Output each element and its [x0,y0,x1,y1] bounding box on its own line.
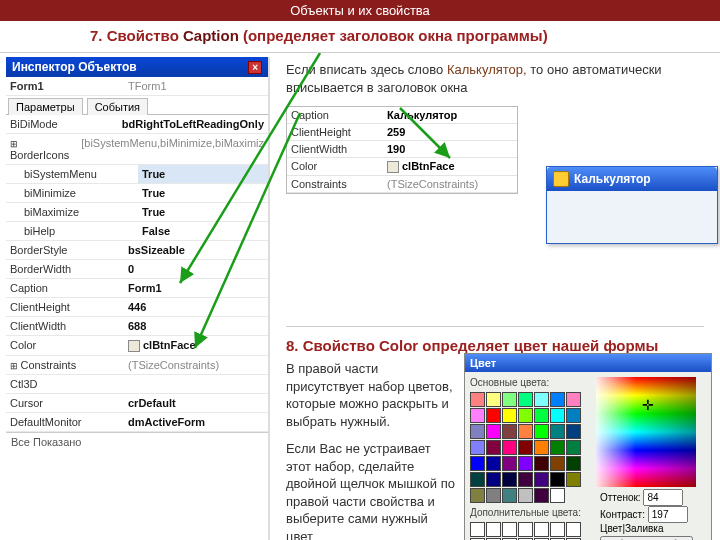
color-swatch[interactable] [502,408,517,423]
prop-name-ClientHeight[interactable]: ClientHeight [6,298,124,316]
prop-val-BorderIcons[interactable]: [biSystemMenu,biMinimize,biMaximiz [77,134,268,164]
tab-events[interactable]: События [87,98,148,115]
color-swatch[interactable] [502,392,517,407]
prop-name-Color[interactable]: Color [6,336,124,355]
color-swatch[interactable] [550,456,565,471]
color-swatch[interactable] [534,488,549,503]
color-swatch[interactable] [534,392,549,407]
prop-name-Cursor[interactable]: Cursor [6,394,124,412]
color-swatch[interactable] [534,424,549,439]
prop-name-BorderWidth[interactable]: BorderWidth [6,260,124,278]
color-swatch[interactable] [486,424,501,439]
input-contrast[interactable] [648,506,688,523]
prop-name-BorderStyle[interactable]: BorderStyle [6,241,124,259]
prop-name-biHelp[interactable]: biHelp [6,222,138,240]
color-swatch[interactable] [534,440,549,455]
color-swatch[interactable] [550,488,565,503]
prop-val-ClientWidth[interactable]: 688 [124,317,268,335]
prop-val-BorderStyle[interactable]: bsSizeable [124,241,268,259]
prop-val-DefaultMonitor[interactable]: dmActiveForm [124,413,268,431]
tab-params[interactable]: Параметры [8,98,83,115]
spectrum-picker[interactable]: ✛ [596,377,696,487]
color-swatch[interactable] [486,488,501,503]
color-swatch[interactable] [502,456,517,471]
close-icon[interactable]: × [248,61,262,74]
color-swatch[interactable] [566,392,581,407]
color-swatch[interactable] [566,440,581,455]
color-swatch[interactable] [550,440,565,455]
color-swatch[interactable] [518,408,533,423]
color-dialog[interactable]: Цвет Основные цвета: Дополнительные цвет… [464,353,712,540]
color-swatch[interactable] [470,408,485,423]
prop-name-BorderIcons[interactable]: BorderIcons [6,134,77,164]
color-swatch[interactable] [470,488,485,503]
prop-val-Cursor[interactable]: crDefault [124,394,268,412]
custom-swatch[interactable] [502,522,517,537]
custom-swatch[interactable] [534,522,549,537]
color-swatch[interactable] [550,392,565,407]
prop-name-biMinimize[interactable]: biMinimize [6,184,138,202]
color-swatch[interactable] [502,424,517,439]
color-swatch[interactable] [486,440,501,455]
custom-swatch[interactable] [550,522,565,537]
prop-val-biHelp[interactable]: False [138,222,268,240]
color-swatch[interactable] [550,424,565,439]
prop-name-Caption[interactable]: Caption [6,279,124,297]
basic-colors-grid[interactable] [470,392,590,503]
prop-val-biMaximize[interactable]: True [138,203,268,221]
color-swatch[interactable] [534,408,549,423]
prop-val-biSystemMenu[interactable]: True [138,165,268,183]
custom-swatch[interactable] [566,522,581,537]
prop-name-biSystemMenu[interactable]: biSystemMenu [6,165,138,183]
prop-name-biMaximize[interactable]: biMaximize [6,203,138,221]
color-swatch[interactable] [518,456,533,471]
prop-name-BiDiMode[interactable]: BiDiMode [6,115,118,133]
oi-selector[interactable]: Form1 TForm1 [6,77,268,96]
prop-val-Ctl3D[interactable] [124,375,268,393]
prop-val-ClientHeight[interactable]: 446 [124,298,268,316]
prop-name-DefaultMonitor[interactable]: DefaultMonitor [6,413,124,431]
prop-val-Caption[interactable]: Form1 [124,279,268,297]
prop-val-BorderWidth[interactable]: 0 [124,260,268,278]
color-swatch[interactable] [502,440,517,455]
color-swatch[interactable] [518,440,533,455]
prop-name-ClientWidth[interactable]: ClientWidth [6,317,124,335]
color-swatch[interactable] [518,392,533,407]
color-swatch[interactable] [470,472,485,487]
color-swatch[interactable] [534,472,549,487]
prop-val-biMinimize[interactable]: True [138,184,268,202]
color-swatch[interactable] [518,488,533,503]
lbl-contrast: Контраст: [600,509,645,520]
color-swatch[interactable] [502,472,517,487]
color-swatch[interactable] [486,408,501,423]
color-swatch[interactable] [550,472,565,487]
prop-name-Ctl3D[interactable]: Ctl3D [6,375,124,393]
color-swatch[interactable] [470,440,485,455]
prop-name-Constraints[interactable]: Constraints [6,356,124,374]
color-swatch[interactable] [566,456,581,471]
color-swatch[interactable] [534,456,549,471]
h8-key: Color [379,337,418,354]
input-hue[interactable] [643,489,683,506]
color-swatch[interactable] [518,424,533,439]
color-swatch[interactable] [566,424,581,439]
color-swatch[interactable] [486,472,501,487]
custom-swatch[interactable] [486,522,501,537]
color-swatch[interactable] [550,408,565,423]
custom-swatch[interactable] [470,522,485,537]
custom-colors-grid[interactable] [470,522,590,540]
color-swatch[interactable] [566,408,581,423]
color-swatch[interactable] [502,488,517,503]
color-swatch[interactable] [470,424,485,439]
color-swatch[interactable] [470,456,485,471]
color-swatch[interactable] [486,392,501,407]
prop-val-Color[interactable]: clBtnFace [124,336,268,355]
custom-swatch[interactable] [518,522,533,537]
add-color-button[interactable]: Добавить в набор [600,536,693,540]
prop-val-BiDiMode[interactable]: bdRightToLeftReadingOnly [118,115,268,133]
color-swatch[interactable] [518,472,533,487]
color-swatch[interactable] [470,392,485,407]
prop-val-Constraints[interactable]: (TSizeConstraints) [124,356,268,374]
color-swatch[interactable] [566,472,581,487]
color-swatch[interactable] [486,456,501,471]
